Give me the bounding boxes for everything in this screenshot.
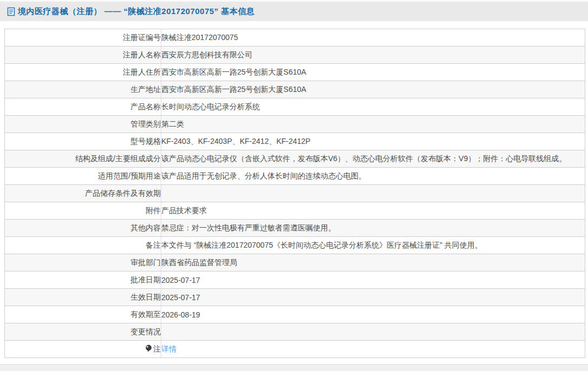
- table-row: 管理类别 第二类: [5, 116, 585, 133]
- table-row: 结构及组成/主要组成成分 该产品动态心电记录仪（含嵌入式软件，发布版本V6）、动…: [5, 150, 585, 168]
- row-label: 变更情况: [5, 323, 161, 341]
- page-title: 境内医疗器械（注册） —— “陕械注准20172070075” 基本信息: [18, 6, 254, 17]
- note-label: 注: [153, 345, 161, 353]
- row-label: 附件: [5, 202, 161, 220]
- row-label: 注册证编号: [5, 29, 161, 47]
- row-value: 本文件与 “陕械注准20172070075《长时间动态心电记录分析系统》医疗器械…: [161, 237, 585, 254]
- table-row: 适用范围/预期用途 该产品适用于无创记录、分析人体长时间的连续动态心电图。: [5, 168, 585, 185]
- row-label: 产品储存条件及有效期: [5, 185, 161, 202]
- table-row: 审批部门 陕西省药品监督管理局: [5, 254, 585, 271]
- table-row: 注册证编号 陕械注准20172070075: [5, 29, 585, 47]
- table-row: 生效日期 2025-07-17: [5, 289, 585, 306]
- row-label: 注册人住所: [5, 64, 161, 81]
- row-value: 该产品动态心电记录仪（含嵌入式软件，发布版本V6）、动态心电分析软件（发布版本：…: [161, 150, 585, 168]
- row-label: 生效日期: [5, 289, 161, 306]
- row-value: 2026-08-19: [161, 306, 585, 323]
- row-value: 2025-07-17: [161, 271, 585, 289]
- document-icon: [7, 7, 15, 16]
- row-value: 陕械注准20172070075: [161, 29, 585, 47]
- row-label: 型号规格: [5, 133, 161, 150]
- row-value: 该产品适用于无创记录、分析人体长时间的连续动态心电图。: [161, 168, 585, 185]
- table-row: 型号规格 KF-2403、KF-2403P、KF-2412、KF-2412P: [5, 133, 585, 150]
- row-label: 有效期至: [5, 306, 161, 323]
- row-value: 禁忌症：对一次性电极有严重过敏者需遵医嘱使用。: [161, 220, 585, 237]
- row-value: 西安市高新区高新一路25号创新大厦S610A: [161, 64, 585, 81]
- page-header: 境内医疗器械（注册） —— “陕械注准20172070075” 基本信息: [0, 2, 588, 21]
- table-row: 注册人住所 西安市高新区高新一路25号创新大厦S610A: [5, 64, 585, 81]
- row-value: 西安市高新区高新一路25号创新大厦S610A: [161, 81, 585, 98]
- table-row: 附件 产品技术要求: [5, 202, 585, 220]
- table-row: 注册人名称 西安辰方思创科技有限公司: [5, 47, 585, 64]
- row-value: 产品技术要求: [161, 202, 585, 220]
- table-row: 批准日期 2025-07-17: [5, 271, 585, 289]
- row-label: 适用范围/预期用途: [5, 168, 161, 185]
- footer-strip: [0, 364, 588, 371]
- row-label: 产品名称: [5, 98, 161, 116]
- row-value: 2025-07-17: [161, 289, 585, 306]
- table-row: 有效期至 2026-08-19: [5, 306, 585, 323]
- row-value-note: 详情: [161, 341, 585, 358]
- table-row: 变更情况: [5, 323, 585, 341]
- row-value: [161, 185, 585, 202]
- row-value: KF-2403、KF-2403P、KF-2412、KF-2412P: [161, 133, 585, 150]
- row-value: 陕西省药品监督管理局: [161, 254, 585, 271]
- table-row: 生产地址 西安市高新区高新一路25号创新大厦S610A: [5, 81, 585, 98]
- row-value: 西安辰方思创科技有限公司: [161, 47, 585, 64]
- table-row-note: 注 详情: [5, 341, 585, 358]
- info-table: 注册证编号 陕械注准20172070075 注册人名称 西安辰方思创科技有限公司…: [4, 29, 585, 358]
- row-label: 管理类别: [5, 116, 161, 133]
- row-label: 批准日期: [5, 271, 161, 289]
- row-label-note: 注: [5, 341, 161, 358]
- row-label: 生产地址: [5, 81, 161, 98]
- row-value: [161, 323, 585, 341]
- table-row: 其他内容 禁忌症：对一次性电极有严重过敏者需遵医嘱使用。: [5, 220, 585, 237]
- row-value: 第二类: [161, 116, 585, 133]
- table-row: 产品名称 长时间动态心电记录分析系统: [5, 98, 585, 116]
- row-label: 结构及组成/主要组成成分: [5, 150, 161, 168]
- row-label: 备注: [5, 237, 161, 254]
- row-label: 注册人名称: [5, 47, 161, 64]
- row-label: 审批部门: [5, 254, 161, 271]
- row-value: 长时间动态心电记录分析系统: [161, 98, 585, 116]
- detail-link[interactable]: 详情: [161, 345, 177, 353]
- row-label: 其他内容: [5, 220, 161, 237]
- table-row: 备注 本文件与 “陕械注准20172070075《长时间动态心电记录分析系统》医…: [5, 237, 585, 254]
- comment-balloon-icon: [145, 345, 152, 354]
- table-row: 产品储存条件及有效期: [5, 185, 585, 202]
